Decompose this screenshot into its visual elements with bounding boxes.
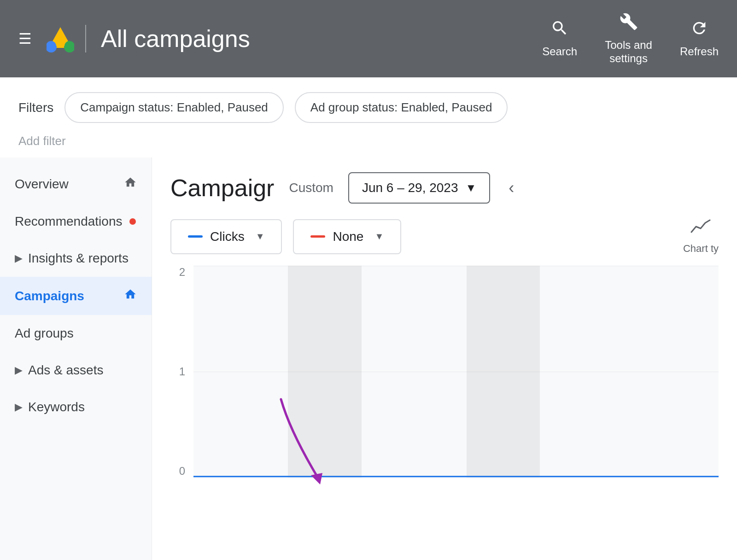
ad-group-status-filter[interactable]: Ad group status: Enabled, Paused xyxy=(295,92,508,123)
date-range-dropdown-icon: ▼ xyxy=(466,181,477,194)
svg-point-6 xyxy=(64,41,74,51)
header-divider xyxy=(85,25,86,52)
sidebar-ad-groups-label: Ad groups xyxy=(15,326,74,341)
chart-controls: Clicks ▼ None ▼ Chart ty xyxy=(170,218,719,255)
header: ☰ All campaigns Search Tools and setting… xyxy=(0,0,737,77)
none-metric-button[interactable]: None ▼ xyxy=(293,219,401,254)
chart-y-label-0: 0 xyxy=(179,465,185,478)
sidebar-item-recommendations[interactable]: Recommendations xyxy=(0,203,152,240)
filters-label: Filters xyxy=(18,100,53,115)
search-label: Search xyxy=(542,45,577,58)
chart-area: 2 1 0 Jun 6, 2023 xyxy=(170,266,719,505)
chart-type-label: Chart ty xyxy=(683,243,719,255)
refresh-action[interactable]: Refresh xyxy=(680,19,719,58)
keywords-arrow-icon: ▶ xyxy=(15,401,23,413)
sidebar-insights-label: Insights & reports xyxy=(28,251,129,266)
sidebar-ads-assets-label: Ads & assets xyxy=(28,363,103,378)
search-action[interactable]: Search xyxy=(542,19,577,58)
google-ads-logo xyxy=(47,25,74,52)
sidebar-keywords-label: Keywords xyxy=(28,400,85,414)
chart-y-label-1: 1 xyxy=(179,365,185,378)
sidebar-campaigns-label: Campaigns xyxy=(15,289,84,303)
sidebar: Overview Recommendations ▶ Insights & re… xyxy=(0,158,152,560)
overview-home-icon xyxy=(124,176,137,192)
svg-point-5 xyxy=(47,41,56,51)
chart-plot: Jun 6, 2023 xyxy=(193,266,719,478)
chart-type-icon xyxy=(690,218,711,239)
sidebar-item-insights[interactable]: ▶ Insights & reports xyxy=(0,240,152,277)
content-header: Campaigr Custom Jun 6 – 29, 2023 ▼ ‹ xyxy=(170,172,719,204)
header-actions: Search Tools and settings Refresh xyxy=(542,12,719,65)
campaigns-home-icon xyxy=(124,288,137,304)
ads-assets-arrow-icon: ▶ xyxy=(15,364,23,376)
refresh-label: Refresh xyxy=(680,45,719,58)
sidebar-overview-label: Overview xyxy=(15,177,69,192)
sidebar-item-ad-groups[interactable]: Ad groups xyxy=(0,315,152,352)
clicks-metric-button[interactable]: Clicks ▼ xyxy=(170,219,282,254)
header-title: All campaigns xyxy=(101,25,542,52)
sidebar-item-campaigns[interactable]: Campaigns xyxy=(0,277,152,315)
menu-icon[interactable]: ☰ xyxy=(18,30,32,47)
tools-label: Tools and settings xyxy=(605,39,652,65)
sidebar-item-ads-assets[interactable]: ▶ Ads & assets xyxy=(0,352,152,389)
content-title: Campaigr xyxy=(170,174,274,202)
clicks-label: Clicks xyxy=(210,229,245,244)
content-custom-label: Custom xyxy=(289,181,333,195)
sidebar-recommendations-label: Recommendations xyxy=(15,214,122,229)
collapse-button[interactable]: ‹ xyxy=(509,178,514,198)
chart-line-svg xyxy=(193,266,719,478)
date-range-button[interactable]: Jun 6 – 29, 2023 ▼ xyxy=(348,172,490,204)
none-line-indicator xyxy=(310,235,325,238)
chart-y-labels: 2 1 0 xyxy=(170,266,189,478)
date-range-text: Jun 6 – 29, 2023 xyxy=(362,181,458,195)
refresh-icon xyxy=(690,19,708,41)
chart-y-label-2: 2 xyxy=(179,266,185,279)
clicks-line-indicator xyxy=(188,235,203,238)
clicks-dropdown-icon: ▼ xyxy=(256,231,265,242)
content-area: Campaigr Custom Jun 6 – 29, 2023 ▼ ‹ Cli… xyxy=(152,158,737,560)
add-filter-btn[interactable]: Add filter xyxy=(18,127,66,155)
filters-bar: Filters Campaign status: Enabled, Paused… xyxy=(0,77,737,158)
none-dropdown-icon: ▼ xyxy=(374,231,384,242)
main-layout: Overview Recommendations ▶ Insights & re… xyxy=(0,158,737,560)
sidebar-item-keywords[interactable]: ▶ Keywords xyxy=(0,389,152,426)
tools-action[interactable]: Tools and settings xyxy=(605,12,652,65)
search-icon xyxy=(550,19,569,41)
recommendations-dot xyxy=(129,218,136,225)
chart-type-button[interactable]: Chart ty xyxy=(683,218,719,255)
none-label: None xyxy=(333,229,363,244)
tools-icon xyxy=(620,12,638,35)
insights-arrow-icon: ▶ xyxy=(15,252,23,264)
sidebar-item-overview[interactable]: Overview xyxy=(0,165,152,203)
campaign-status-filter[interactable]: Campaign status: Enabled, Paused xyxy=(64,92,284,123)
